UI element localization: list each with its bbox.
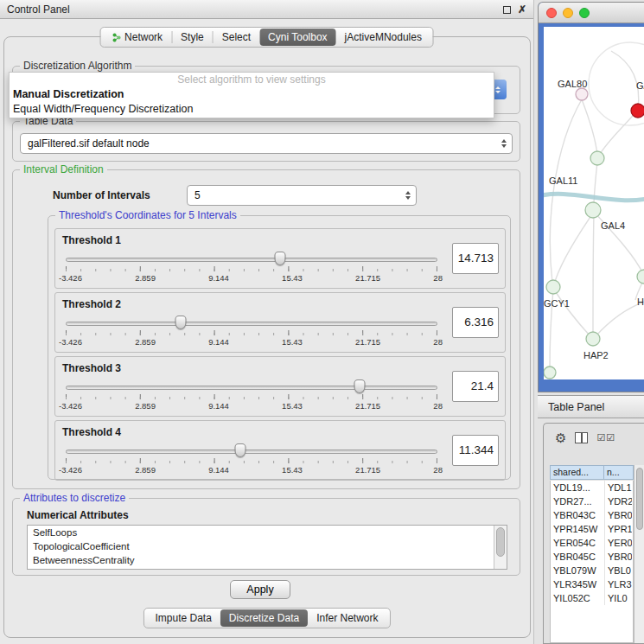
- threshold-4-thumb[interactable]: [235, 443, 246, 457]
- threshold-3-thumb[interactable]: [354, 379, 365, 393]
- attributes-group-title: Attributes to discretize: [20, 492, 129, 504]
- table-row[interactable]: YDL19...YDL1: [551, 481, 633, 494]
- node-hap2[interactable]: [586, 332, 600, 346]
- close-traffic-light[interactable]: [546, 8, 557, 18]
- column-header-shared-name[interactable]: shared...: [550, 465, 604, 480]
- tab-network[interactable]: Network: [103, 29, 171, 46]
- dropdown-hint: Select algorithm to view settings: [10, 73, 494, 87]
- node-gal4[interactable]: [585, 202, 601, 218]
- threshold-4-slider[interactable]: -3.4262.8599.14415.4321.71528: [66, 443, 437, 478]
- columns-icon[interactable]: [575, 432, 588, 443]
- cell-name: YPR1: [604, 522, 632, 536]
- threshold-3-label: Threshold 3: [62, 362, 121, 374]
- checkbox-icons[interactable]: ☑☑: [596, 433, 615, 443]
- threshold-1-slider[interactable]: -3.4262.8599.14415.4321.71528: [66, 252, 437, 286]
- minimize-traffic-light[interactable]: [563, 8, 573, 18]
- cell-shared-name: YIL052C: [551, 591, 604, 605]
- tab-style-label: Style: [181, 31, 204, 43]
- slider-track[interactable]: [66, 258, 437, 262]
- cell-name: YDL1: [604, 481, 632, 494]
- tick-label: 21.715: [355, 273, 380, 283]
- column-header-name[interactable]: n...: [604, 465, 634, 480]
- table-row[interactable]: YLR345WYLR3: [551, 577, 633, 591]
- cell-name: YBR0: [604, 550, 632, 564]
- tick-label: 2.859: [135, 273, 156, 283]
- tick-label: 28: [433, 465, 443, 475]
- tab-select[interactable]: Select: [214, 29, 259, 46]
- algorithm-dropdown-popup: Select algorithm to view settings Manual…: [9, 72, 494, 118]
- tab-discretize-data-label: Discretize Data: [229, 612, 299, 624]
- threshold-4-value-field[interactable]: 11.344: [452, 435, 499, 466]
- node-red-selected[interactable]: [631, 104, 644, 118]
- table-row[interactable]: YBR045CYBR0: [551, 550, 633, 564]
- tick-label: 21.715: [355, 401, 380, 411]
- threshold-3-slider[interactable]: -3.4262.8599.14415.4321.71528: [66, 379, 437, 414]
- apply-button[interactable]: Apply: [230, 580, 290, 599]
- option-manual-discretization[interactable]: Manual Discretization: [10, 87, 494, 102]
- float-window-icon[interactable]: [503, 6, 511, 14]
- threshold-1-thumb[interactable]: [275, 252, 286, 265]
- slider-track[interactable]: [66, 322, 437, 326]
- tab-style[interactable]: Style: [172, 29, 213, 46]
- option-equal-width-frequency[interactable]: Equal Width/Frequency Discretization: [10, 102, 494, 117]
- slider-track[interactable]: [66, 450, 437, 454]
- interval-definition-title: Interval Definition: [20, 163, 107, 175]
- table-data-select[interactable]: galFiltered.sif default node: [20, 133, 513, 154]
- slider-scale: -3.4262.8599.14415.4321.71528: [59, 401, 443, 411]
- threshold-3-panel: Threshold 3 -3.4262.8599.14415.4321.7152…: [54, 356, 506, 417]
- threshold-2-value-field[interactable]: 6.316: [452, 307, 499, 338]
- node-bottom-left[interactable]: [544, 367, 556, 379]
- network-canvas[interactable]: GAL80 GA GAL11 GAL4 GCY1 H HAP2: [544, 27, 644, 379]
- list-item-betweennesscentrality[interactable]: BetweennessCentrality: [28, 553, 507, 567]
- table-panel-title: Table Panel: [548, 401, 604, 413]
- cell-name: YIL0: [604, 591, 632, 605]
- scrollbar-thumb[interactable]: [496, 527, 505, 557]
- cell-name: YER0: [604, 536, 632, 550]
- node-gal80[interactable]: [576, 88, 588, 100]
- tick-label: -3.426: [59, 273, 82, 283]
- close-icon[interactable]: ✗: [518, 4, 526, 15]
- table-row[interactable]: YER054CYER0: [551, 536, 633, 550]
- table-scrollbar[interactable]: [634, 465, 644, 643]
- list-item-selfloops[interactable]: SelfLoops: [28, 526, 507, 539]
- threshold-3-value-field[interactable]: 21.4: [452, 371, 499, 402]
- gear-icon[interactable]: ⚙: [555, 431, 566, 444]
- tab-impute-data[interactable]: Impute Data: [146, 609, 220, 627]
- list-item-topologicalcoefficient[interactable]: TopologicalCoefficient: [28, 539, 507, 553]
- threshold-1-value-field[interactable]: 14.713: [452, 243, 499, 274]
- tab-discretize-data[interactable]: Discretize Data: [220, 609, 308, 627]
- tick-label: 15.43: [282, 273, 303, 283]
- threshold-2-slider[interactable]: -3.4262.8599.14415.4321.71528: [66, 316, 437, 350]
- table-row[interactable]: YBR043CYBR0: [551, 508, 633, 522]
- tab-cyni-toolbox-label: Cyni Toolbox: [268, 31, 327, 43]
- numerical-attributes-label: Numerical Attributes: [27, 509, 129, 521]
- tick-label: 28: [433, 273, 443, 283]
- num-intervals-select[interactable]: 5: [187, 185, 417, 206]
- threshold-1-label: Threshold 1: [62, 234, 121, 246]
- table-data-select-value: galFiltered.sif default node: [28, 137, 150, 150]
- tab-cyni-toolbox[interactable]: Cyni Toolbox: [259, 29, 335, 46]
- tab-jactivemnodules[interactable]: jActiveMNodules: [336, 29, 430, 46]
- threshold-2-panel: Threshold 2 -3.4262.8599.14415.4321.7152…: [54, 292, 506, 353]
- table-row[interactable]: YDR27...YDR2: [551, 494, 633, 508]
- slider-track[interactable]: [66, 386, 437, 390]
- slider-ticks: [66, 458, 437, 463]
- tab-infer-network-label: Infer Network: [316, 612, 378, 624]
- node-right-clipped[interactable]: [637, 270, 644, 284]
- tab-infer-network[interactable]: Infer Network: [308, 609, 386, 627]
- scrollbar-thumb[interactable]: [636, 468, 643, 530]
- table-row[interactable]: YIL052CYIL0: [551, 591, 633, 605]
- node-gcy1[interactable]: [546, 280, 560, 294]
- tick-label: 28: [433, 337, 443, 347]
- window-controls: ✗: [503, 0, 526, 19]
- table-row[interactable]: YBL079WYBL0: [551, 564, 633, 577]
- network-icon: [112, 33, 121, 42]
- table-row[interactable]: YPR145WYPR1: [551, 522, 633, 536]
- tab-impute-data-label: Impute Data: [155, 612, 211, 624]
- tab-select-label: Select: [222, 31, 251, 43]
- threshold-2-thumb[interactable]: [175, 316, 187, 329]
- attributes-list-scrollbar[interactable]: [494, 526, 507, 569]
- slider-ticks: [66, 330, 437, 335]
- node-gal11[interactable]: [590, 151, 604, 165]
- zoom-traffic-light[interactable]: [579, 8, 590, 18]
